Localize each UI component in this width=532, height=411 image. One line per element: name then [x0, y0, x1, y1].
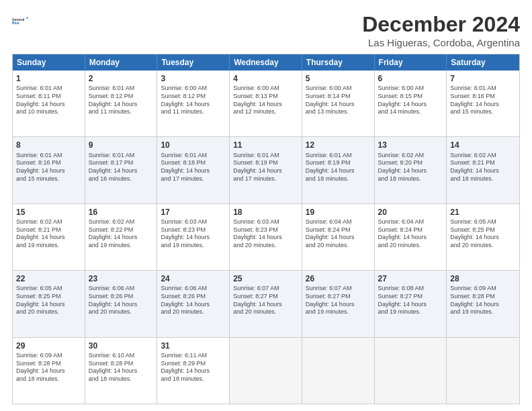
day-number: 7 — [450, 73, 516, 84]
cell-info: Sunrise: 6:02 AM Sunset: 8:22 PM Dayligh… — [89, 218, 154, 250]
day-number: 5 — [306, 73, 371, 84]
cell-info: Sunrise: 6:02 AM Sunset: 8:20 PM Dayligh… — [378, 152, 443, 183]
cell-info: Sunrise: 6:09 AM Sunset: 8:28 PM Dayligh… — [450, 285, 516, 316]
cell-info: Sunrise: 6:01 AM Sunset: 8:16 PM Dayligh… — [16, 152, 81, 183]
page: GeneralBlue December 2024 Las Higueras, … — [0, 0, 532, 411]
calendar-cell: 2Sunrise: 6:01 AM Sunset: 8:12 PM Daylig… — [85, 71, 158, 136]
day-number: 4 — [233, 73, 298, 84]
day-number: 30 — [89, 340, 154, 351]
header-day: Saturday — [447, 54, 519, 71]
calendar-cell: 25Sunrise: 6:07 AM Sunset: 8:27 PM Dayli… — [230, 271, 302, 336]
calendar-cell — [447, 338, 519, 404]
header-day: Wednesday — [230, 54, 302, 71]
calendar-cell: 15Sunrise: 6:02 AM Sunset: 8:21 PM Dayli… — [13, 204, 85, 270]
calendar-cell: 27Sunrise: 6:08 AM Sunset: 8:27 PM Dayli… — [375, 271, 447, 336]
calendar-cell: 9Sunrise: 6:01 AM Sunset: 8:17 PM Daylig… — [85, 137, 158, 203]
day-number: 25 — [233, 273, 298, 284]
cell-info: Sunrise: 6:05 AM Sunset: 8:25 PM Dayligh… — [450, 218, 516, 250]
cell-info: Sunrise: 6:04 AM Sunset: 8:24 PM Dayligh… — [306, 218, 371, 250]
day-number: 19 — [306, 207, 371, 218]
logo: GeneralBlue — [12, 12, 31, 31]
calendar-cell: 12Sunrise: 6:01 AM Sunset: 8:19 PM Dayli… — [302, 137, 375, 203]
cell-info: Sunrise: 6:05 AM Sunset: 8:25 PM Dayligh… — [16, 285, 81, 316]
calendar-cell — [230, 338, 302, 404]
month-title: December 2024 — [362, 12, 520, 37]
svg-text:Blue: Blue — [12, 21, 19, 25]
calendar-cell: 8Sunrise: 6:01 AM Sunset: 8:16 PM Daylig… — [13, 137, 85, 203]
calendar-cell: 3Sunrise: 6:00 AM Sunset: 8:12 PM Daylig… — [157, 71, 230, 136]
calendar-row: 29Sunrise: 6:09 AM Sunset: 8:28 PM Dayli… — [13, 338, 519, 404]
calendar-cell: 7Sunrise: 6:01 AM Sunset: 8:16 PM Daylig… — [447, 71, 519, 136]
calendar-cell: 5Sunrise: 6:00 AM Sunset: 8:14 PM Daylig… — [302, 71, 375, 136]
day-number: 16 — [89, 207, 154, 218]
day-number: 31 — [161, 340, 226, 351]
cell-info: Sunrise: 6:04 AM Sunset: 8:24 PM Dayligh… — [378, 218, 443, 250]
header-day: Sunday — [13, 54, 85, 71]
day-number: 20 — [378, 207, 443, 218]
header-day: Friday — [375, 54, 447, 71]
calendar: SundayMondayTuesdayWednesdayThursdayFrid… — [12, 54, 520, 404]
calendar-body: 1Sunrise: 6:01 AM Sunset: 8:11 PM Daylig… — [13, 71, 519, 404]
day-number: 26 — [306, 273, 371, 284]
cell-info: Sunrise: 6:09 AM Sunset: 8:28 PM Dayligh… — [16, 352, 81, 383]
calendar-cell: 10Sunrise: 6:01 AM Sunset: 8:18 PM Dayli… — [157, 137, 230, 203]
calendar-cell: 26Sunrise: 6:07 AM Sunset: 8:27 PM Dayli… — [302, 271, 375, 336]
cell-info: Sunrise: 6:06 AM Sunset: 8:26 PM Dayligh… — [161, 285, 226, 316]
calendar-cell: 17Sunrise: 6:03 AM Sunset: 8:23 PM Dayli… — [157, 204, 230, 270]
calendar-cell: 23Sunrise: 6:06 AM Sunset: 8:26 PM Dayli… — [85, 271, 158, 336]
cell-info: Sunrise: 6:02 AM Sunset: 8:21 PM Dayligh… — [450, 152, 516, 183]
day-number: 21 — [450, 207, 516, 218]
calendar-row: 22Sunrise: 6:05 AM Sunset: 8:25 PM Dayli… — [13, 271, 519, 337]
header-day: Monday — [85, 54, 158, 71]
cell-info: Sunrise: 6:01 AM Sunset: 8:16 PM Dayligh… — [450, 85, 516, 116]
calendar-cell: 28Sunrise: 6:09 AM Sunset: 8:28 PM Dayli… — [447, 271, 519, 336]
calendar-cell: 22Sunrise: 6:05 AM Sunset: 8:25 PM Dayli… — [13, 271, 85, 336]
cell-info: Sunrise: 6:03 AM Sunset: 8:23 PM Dayligh… — [233, 218, 298, 250]
cell-info: Sunrise: 6:01 AM Sunset: 8:11 PM Dayligh… — [16, 85, 81, 116]
calendar-cell: 29Sunrise: 6:09 AM Sunset: 8:28 PM Dayli… — [13, 338, 85, 404]
cell-info: Sunrise: 6:07 AM Sunset: 8:27 PM Dayligh… — [233, 285, 298, 316]
cell-info: Sunrise: 6:06 AM Sunset: 8:26 PM Dayligh… — [89, 285, 154, 316]
day-number: 12 — [306, 140, 371, 150]
title-block: December 2024 Las Higueras, Cordoba, Arg… — [362, 12, 520, 48]
cell-info: Sunrise: 6:00 AM Sunset: 8:15 PM Dayligh… — [378, 85, 443, 116]
calendar-cell: 18Sunrise: 6:03 AM Sunset: 8:23 PM Dayli… — [230, 204, 302, 270]
day-number: 23 — [89, 273, 154, 284]
calendar-cell — [302, 338, 375, 404]
svg-marker-2 — [26, 17, 28, 19]
day-number: 18 — [233, 207, 298, 218]
calendar-cell: 20Sunrise: 6:04 AM Sunset: 8:24 PM Dayli… — [375, 204, 447, 270]
day-number: 2 — [89, 73, 154, 84]
day-number: 10 — [161, 140, 226, 150]
day-number: 9 — [89, 140, 154, 150]
calendar-cell: 6Sunrise: 6:00 AM Sunset: 8:15 PM Daylig… — [375, 71, 447, 136]
day-number: 3 — [161, 73, 226, 84]
calendar-cell: 13Sunrise: 6:02 AM Sunset: 8:20 PM Dayli… — [375, 137, 447, 203]
calendar-row: 15Sunrise: 6:02 AM Sunset: 8:21 PM Dayli… — [13, 204, 519, 271]
calendar-cell — [375, 338, 447, 404]
calendar-cell: 31Sunrise: 6:11 AM Sunset: 8:29 PM Dayli… — [157, 338, 230, 404]
calendar-cell: 1Sunrise: 6:01 AM Sunset: 8:11 PM Daylig… — [13, 71, 85, 136]
cell-info: Sunrise: 6:07 AM Sunset: 8:27 PM Dayligh… — [306, 285, 371, 316]
header-day: Tuesday — [157, 54, 230, 71]
day-number: 22 — [16, 273, 81, 284]
calendar-row: 1Sunrise: 6:01 AM Sunset: 8:11 PM Daylig… — [13, 71, 519, 137]
cell-info: Sunrise: 6:01 AM Sunset: 8:17 PM Dayligh… — [89, 152, 154, 183]
day-number: 17 — [161, 207, 226, 218]
calendar-row: 8Sunrise: 6:01 AM Sunset: 8:16 PM Daylig… — [13, 137, 519, 203]
cell-info: Sunrise: 6:00 AM Sunset: 8:14 PM Dayligh… — [306, 85, 371, 116]
cell-info: Sunrise: 6:08 AM Sunset: 8:27 PM Dayligh… — [378, 285, 443, 316]
header-day: Thursday — [302, 54, 375, 71]
calendar-cell: 24Sunrise: 6:06 AM Sunset: 8:26 PM Dayli… — [157, 271, 230, 336]
calendar-header: SundayMondayTuesdayWednesdayThursdayFrid… — [13, 54, 519, 71]
calendar-cell: 30Sunrise: 6:10 AM Sunset: 8:28 PM Dayli… — [85, 338, 158, 404]
calendar-cell: 14Sunrise: 6:02 AM Sunset: 8:21 PM Dayli… — [447, 137, 519, 203]
header: GeneralBlue December 2024 Las Higueras, … — [12, 12, 520, 48]
cell-info: Sunrise: 6:01 AM Sunset: 8:12 PM Dayligh… — [89, 85, 154, 116]
calendar-cell: 21Sunrise: 6:05 AM Sunset: 8:25 PM Dayli… — [447, 204, 519, 270]
day-number: 15 — [16, 207, 81, 218]
day-number: 27 — [378, 273, 443, 284]
calendar-cell: 4Sunrise: 6:00 AM Sunset: 8:13 PM Daylig… — [230, 71, 302, 136]
day-number: 24 — [161, 273, 226, 284]
calendar-cell: 16Sunrise: 6:02 AM Sunset: 8:22 PM Dayli… — [85, 204, 158, 270]
